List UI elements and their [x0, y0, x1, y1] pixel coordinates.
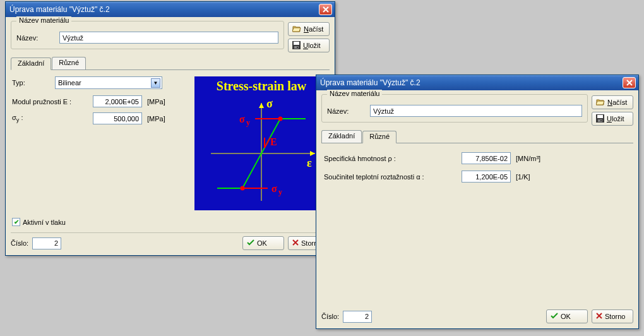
- tabs: Základní Různé: [11, 57, 330, 70]
- material-edit-dialog-misc: Úprava materiálu "Výztuž" č.2 Název mate…: [316, 75, 639, 329]
- folder-open-icon: [292, 25, 301, 33]
- ok-button[interactable]: OK: [242, 236, 284, 250]
- load-button[interactable]: NNačístačíst: [288, 22, 330, 36]
- alpha-input[interactable]: [462, 171, 511, 183]
- name-input[interactable]: [59, 32, 278, 44]
- storno-button[interactable]: Storno: [592, 309, 633, 323]
- group-name-legend: Název materiálu: [16, 16, 71, 24]
- tab-basic[interactable]: Základní: [321, 130, 362, 143]
- window-title: Úprava materiálu "Výztuž" č.2: [320, 78, 623, 87]
- floppy-disk-icon: [596, 114, 604, 124]
- svg-text:ε: ε: [307, 157, 312, 169]
- ok-button[interactable]: OK: [546, 309, 588, 323]
- check-icon: [551, 313, 558, 320]
- rho-label: Specifická hmotnost ρ :: [324, 155, 456, 162]
- name-label: Název:: [327, 107, 365, 115]
- svg-text:y: y: [278, 188, 282, 196]
- svg-rect-3: [297, 47, 298, 48]
- close-button[interactable]: [623, 77, 636, 88]
- modE-input[interactable]: [93, 95, 142, 107]
- cislo-input[interactable]: [32, 237, 61, 249]
- tab-basic[interactable]: Základní: [11, 57, 51, 70]
- save-button[interactable]: Uložit: [592, 112, 633, 126]
- chevron-down-icon: ▼: [151, 78, 160, 88]
- active-in-compression-checkbox[interactable]: ✔ Aktivní v tlaku: [12, 218, 66, 226]
- stress-strain-chart: Stress-strain law E σ ε σ: [194, 76, 328, 210]
- alpha-label: Součinitel teplotní roztažnosti α :: [324, 173, 456, 181]
- tab-misc[interactable]: Různé: [362, 131, 397, 143]
- window-title: Úprava materiálu "Výztuž" č.2: [9, 5, 319, 14]
- svg-line-13: [265, 138, 270, 148]
- titlebar[interactable]: Úprava materiálu "Výztuž" č.2: [6, 2, 335, 17]
- svg-text:σ: σ: [239, 114, 245, 124]
- svg-text:y: y: [246, 118, 250, 127]
- type-label: Typ:: [12, 79, 50, 87]
- close-button[interactable]: [319, 4, 332, 15]
- chart-title: Stress-strain law: [217, 79, 306, 93]
- svg-rect-24: [600, 120, 602, 121]
- cislo-label: Číslo:: [321, 313, 339, 320]
- name-label: Název:: [16, 34, 54, 42]
- cislo-input[interactable]: [343, 311, 372, 323]
- cancel-icon: [596, 313, 602, 320]
- floppy-disk-icon: [292, 41, 301, 51]
- alpha-unit: [1/K]: [516, 173, 530, 181]
- material-edit-dialog-basic: Úprava materiálu "Výztuž" č.2 Název mate…: [5, 1, 335, 256]
- tabs: Základní Různé: [321, 130, 633, 143]
- active-label: Aktivní v tlaku: [23, 219, 66, 226]
- sigy-unit: [MPa]: [147, 115, 165, 123]
- modE-label: Modul pružnosti E :: [12, 98, 88, 105]
- type-value: Bilinear: [58, 79, 81, 87]
- svg-text:σ: σ: [266, 97, 273, 110]
- name-input[interactable]: [370, 105, 582, 117]
- svg-point-10: [278, 117, 283, 121]
- folder-open-icon: [596, 98, 605, 107]
- svg-rect-1: [294, 42, 299, 45]
- titlebar[interactable]: Úprava materiálu "Výztuž" č.2: [316, 75, 638, 90]
- check-icon: [247, 239, 254, 247]
- svg-text:σ: σ: [271, 183, 277, 194]
- load-button[interactable]: Načíst: [592, 95, 633, 109]
- modE-unit: [MPa]: [147, 98, 165, 105]
- sigy-input[interactable]: [93, 112, 142, 124]
- cislo-label: Číslo:: [11, 239, 28, 247]
- checkbox-icon: ✔: [12, 218, 20, 226]
- svg-marker-7: [259, 103, 264, 108]
- group-name-legend: Název materiálu: [327, 90, 382, 97]
- type-select[interactable]: Bilinear ▼: [55, 76, 162, 89]
- cancel-icon: [292, 239, 299, 247]
- tab-misc[interactable]: Různé: [52, 57, 86, 69]
- save-button[interactable]: Uložit: [288, 39, 330, 52]
- rho-input[interactable]: [462, 152, 511, 164]
- rho-unit: [MN/m³]: [516, 155, 540, 162]
- svg-point-11: [241, 186, 245, 191]
- svg-rect-22: [597, 115, 603, 118]
- svg-marker-5: [310, 151, 315, 156]
- svg-text:E: E: [270, 136, 277, 147]
